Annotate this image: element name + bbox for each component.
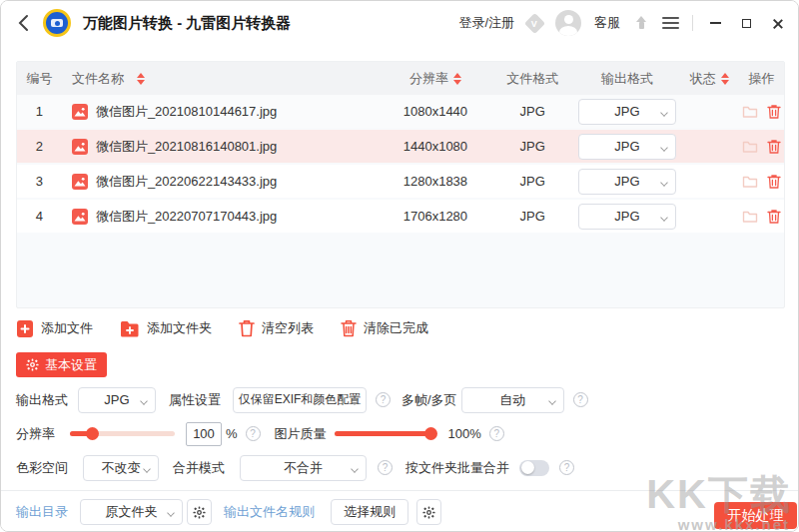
- sort-icon[interactable]: [721, 73, 729, 85]
- sort-icon[interactable]: [137, 73, 145, 85]
- row-output-format-select[interactable]: JPG: [578, 99, 676, 125]
- help-icon[interactable]: [559, 460, 574, 475]
- minimize-button[interactable]: [706, 14, 724, 32]
- help-icon[interactable]: [378, 460, 393, 475]
- batch-merge-label: 按文件夹批量合并: [405, 459, 509, 477]
- table-header: 编号 文件名称 分辨率 文件格式 输出格式 状态 操作: [17, 62, 784, 95]
- menu-icon[interactable]: [662, 17, 679, 30]
- login-register-link[interactable]: 登录/注册: [458, 14, 514, 32]
- upgrade-icon[interactable]: [633, 15, 649, 31]
- actions-row: 添加文件 添加文件夹 清空列表 清除已完成: [16, 315, 428, 341]
- delete-row-icon[interactable]: [767, 209, 781, 225]
- row-output-format-select[interactable]: JPG: [578, 134, 676, 160]
- gear-icon: [193, 506, 206, 519]
- batch-merge-toggle[interactable]: [519, 460, 549, 476]
- table-row[interactable]: 4 微信图片_20220707170443.jpg 1706x1280 JPG …: [17, 200, 784, 233]
- table-row[interactable]: 1 微信图片_20210810144617.jpg 1080x1440 JPG …: [17, 95, 784, 128]
- resolution-input[interactable]: [186, 422, 222, 446]
- file-resolution: 1706x1280: [381, 209, 490, 224]
- image-file-icon: [72, 139, 88, 155]
- open-folder-icon[interactable]: [742, 175, 758, 189]
- file-resolution: 1280x1838: [381, 174, 490, 189]
- customer-service-link[interactable]: 客服: [594, 14, 620, 32]
- merge-mode-select[interactable]: 不合并: [240, 455, 367, 481]
- select-rule-button[interactable]: 选择规则: [331, 499, 408, 525]
- file-format: JPG: [490, 104, 575, 119]
- name-rule-label: 输出文件名规则: [224, 503, 315, 521]
- avatar[interactable]: [555, 10, 581, 36]
- delete-row-icon[interactable]: [767, 104, 781, 120]
- image-file-icon: [72, 104, 88, 120]
- file-name: 微信图片_20220707170443.jpg: [96, 208, 277, 226]
- add-file-button[interactable]: 添加文件: [16, 319, 93, 338]
- image-file-icon: [72, 174, 88, 190]
- clear-completed-button[interactable]: 清除已完成: [341, 319, 428, 337]
- delete-row-icon[interactable]: [767, 139, 781, 155]
- add-folder-button[interactable]: 添加文件夹: [120, 319, 212, 337]
- open-folder-icon[interactable]: [742, 140, 758, 154]
- file-name: 微信图片_20220622143433.jpg: [96, 173, 277, 191]
- col-resolution[interactable]: 分辨率: [381, 70, 490, 88]
- sort-icon[interactable]: [453, 73, 461, 85]
- gear-icon: [422, 506, 435, 519]
- attr-settings-select[interactable]: 仅保留EXIF和颜色配置: [233, 387, 367, 413]
- slider-handle[interactable]: [86, 427, 99, 440]
- help-icon[interactable]: [573, 392, 588, 407]
- add-folder-icon: [120, 320, 140, 337]
- row-output-format-select[interactable]: JPG: [578, 204, 676, 230]
- slider-handle[interactable]: [424, 427, 437, 440]
- file-format: JPG: [490, 139, 575, 154]
- col-format: 文件格式: [490, 70, 575, 88]
- col-output: 输出格式: [575, 70, 680, 88]
- col-no: 编号: [17, 70, 62, 88]
- output-dir-label: 输出目录: [16, 503, 68, 521]
- row-index: 4: [17, 209, 62, 224]
- quality-slider[interactable]: [335, 431, 431, 436]
- resolution-unit: %: [226, 426, 238, 441]
- merge-mode-label: 合并模式: [173, 459, 225, 477]
- resolution-slider[interactable]: [70, 431, 175, 436]
- output-format-select[interactable]: JPG: [78, 387, 156, 413]
- col-operation: 操作: [739, 70, 784, 88]
- footer-bar: 输出目录 原文件夹 输出文件名规则 选择规则: [1, 490, 798, 532]
- start-processing-button[interactable]: 开始处理: [714, 502, 797, 529]
- clear-list-button[interactable]: 清空列表: [239, 319, 314, 337]
- row-index: 2: [17, 139, 62, 154]
- col-status[interactable]: 状态: [679, 70, 739, 88]
- file-resolution: 1440x1080: [381, 139, 490, 154]
- table-row[interactable]: 2 微信图片_20210816140801.jpg 1440x1080 JPG …: [17, 130, 784, 163]
- file-format: JPG: [490, 174, 575, 189]
- multiframe-select[interactable]: 自动: [461, 387, 564, 413]
- basic-settings-button[interactable]: 基本设置: [16, 352, 107, 377]
- colorspace-label: 色彩空间: [16, 459, 68, 477]
- clear-list-icon: [239, 319, 255, 337]
- output-dir-select[interactable]: 原文件夹: [80, 499, 183, 525]
- file-format: JPG: [490, 209, 575, 224]
- multiframe-label: 多帧/多页: [401, 391, 457, 409]
- file-name: 微信图片_20210810144617.jpg: [96, 103, 277, 121]
- image-file-icon: [72, 209, 88, 225]
- col-name[interactable]: 文件名称: [62, 70, 381, 88]
- titlebar-divider: [692, 15, 693, 31]
- name-rule-settings-button[interactable]: [416, 499, 441, 525]
- vip-badge-icon[interactable]: V: [524, 12, 545, 33]
- open-folder-icon[interactable]: [742, 210, 758, 224]
- output-dir-settings-button[interactable]: [187, 499, 212, 525]
- app-title: 万能图片转换 - 九雷图片转换器: [83, 14, 291, 33]
- output-format-label: 输出格式: [16, 391, 68, 409]
- quality-label: 图片质量: [275, 425, 327, 443]
- close-button[interactable]: [768, 14, 786, 32]
- open-folder-icon[interactable]: [742, 105, 758, 119]
- help-icon[interactable]: [376, 392, 391, 407]
- back-button[interactable]: [13, 13, 33, 33]
- file-name: 微信图片_20210816140801.jpg: [96, 138, 277, 156]
- help-icon[interactable]: [246, 426, 261, 441]
- delete-row-icon[interactable]: [767, 174, 781, 190]
- row-output-format-select[interactable]: JPG: [578, 169, 676, 195]
- help-icon[interactable]: [489, 426, 504, 441]
- maximize-button[interactable]: [737, 14, 755, 32]
- settings-row-sliders: 分辨率 % 图片质量 100%: [16, 420, 783, 447]
- colorspace-select[interactable]: 不改变: [83, 455, 159, 481]
- resolution-label: 分辨率: [16, 425, 55, 443]
- table-row[interactable]: 3 微信图片_20220622143433.jpg 1280x1838 JPG …: [17, 165, 784, 198]
